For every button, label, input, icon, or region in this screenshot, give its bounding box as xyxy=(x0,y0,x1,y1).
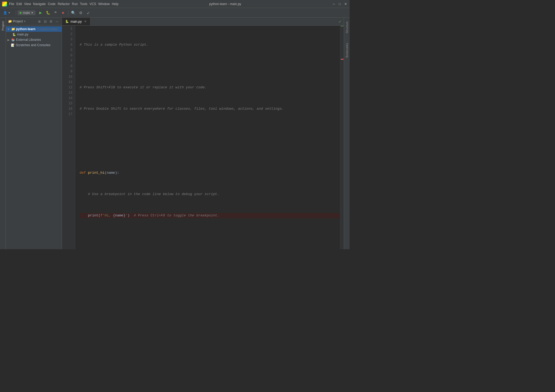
line-num-11: 11 xyxy=(62,80,72,85)
gutter-ok-indicator xyxy=(341,26,343,26)
code-line-10 xyxy=(80,234,340,240)
panel-options-button[interactable]: ⚙ xyxy=(48,19,54,24)
line-num-4: 4 xyxy=(62,42,72,47)
collapse-all-button[interactable]: ⊟ xyxy=(42,19,48,24)
line-num-8: 8 xyxy=(62,64,72,69)
app-menu-vcs[interactable]: VCS xyxy=(89,2,96,6)
code-content[interactable]: # This is a sample Python script. # Pres… xyxy=(75,26,340,249)
settings-button[interactable]: ⚙ xyxy=(77,9,84,16)
line-num-5: 5 xyxy=(62,47,72,53)
code-line-3: # Press Shift+F10 to execute it or repla… xyxy=(80,85,340,90)
line-num-14: 14 xyxy=(62,96,72,101)
toolbar-separator-1 xyxy=(16,10,16,15)
minimize-button[interactable]: ─ xyxy=(332,2,336,6)
window-controls: ─ □ ✕ xyxy=(332,2,347,6)
coverage-button[interactable]: ☂ xyxy=(52,9,59,16)
app-menu-file[interactable]: File xyxy=(9,2,14,6)
account-arrow: ▼ xyxy=(8,11,10,14)
code-editor[interactable]: 1 2 3 4 5 6 7 8 9 10 11 12 ▶ 13 14 xyxy=(62,26,344,249)
search-everywhere-button[interactable]: 🔍 xyxy=(70,9,77,16)
project-dropdown-label: Project xyxy=(13,19,23,23)
app-menu-run[interactable]: Run xyxy=(72,2,78,6)
app-menu-edit[interactable]: Edit xyxy=(16,2,22,6)
code-line-8: # Use a breakpoint in the code line belo… xyxy=(80,192,340,197)
tab-label: main.py xyxy=(71,20,82,23)
code-line-2 xyxy=(80,64,340,69)
app-menu-tools[interactable]: Tools xyxy=(80,2,87,6)
toolbar-separator-2 xyxy=(68,10,68,15)
project-panel-header: 📁 Project ▼ ⊕ ⊟ ⚙ ─ xyxy=(6,18,62,25)
run-config-dropdown-icon: ▼ xyxy=(31,11,33,14)
tree-item-main-py-label: main.py xyxy=(17,33,28,36)
folder-open-icon: 📁 xyxy=(11,27,15,31)
tree-item-scratches-label: Scratches and Consoles xyxy=(16,43,50,47)
tree-item-external-libs-label: External Libraries xyxy=(16,38,41,42)
python-file-icon: 🐍 xyxy=(12,32,16,37)
app-menu-help[interactable]: Help xyxy=(112,2,119,6)
run-button[interactable]: ▶ xyxy=(37,9,44,16)
tab-close-button[interactable]: ✕ xyxy=(83,20,87,23)
project-panel: 📁 Project ▼ ⊕ ⊟ ⚙ ─ ▼ 📁 python-learn D:\… xyxy=(6,18,62,249)
tree-item-main-py[interactable]: 🐍 main.py xyxy=(6,32,62,37)
sidebar-tab-structure[interactable]: Structure xyxy=(345,19,349,35)
code-line-4: # Press Double Shift to search everywher… xyxy=(80,106,340,112)
tree-item-root-path: D:\python-learn xyxy=(37,27,57,31)
line-num-7: 7 xyxy=(62,58,72,64)
app-menu-view[interactable]: View xyxy=(24,2,31,6)
maximize-button[interactable]: □ xyxy=(338,2,342,6)
tree-item-root[interactable]: ▼ 📁 python-learn D:\python-learn xyxy=(6,26,62,32)
file-ok-icon: ✓ xyxy=(338,19,342,24)
code-line-5 xyxy=(80,128,340,133)
tree-item-external-libs[interactable]: ▶ 📚 External Libraries xyxy=(6,37,62,42)
app-menu-navigate[interactable]: Navigate xyxy=(33,2,46,6)
app-logo-icon xyxy=(2,2,7,6)
line-num-17: 17 xyxy=(62,112,72,117)
locate-file-button[interactable]: ⊕ xyxy=(37,19,42,24)
stop-button[interactable]: ■ xyxy=(60,9,67,16)
vcs-update-button[interactable]: ↙ xyxy=(85,9,92,16)
line-num-15: 15 xyxy=(62,101,72,106)
panel-header-actions: ⊕ ⊟ ⚙ ─ xyxy=(37,19,60,24)
gutter-error-indicator xyxy=(341,59,343,60)
app-menu-refactor[interactable]: Refactor xyxy=(58,2,70,6)
run-config-label: main xyxy=(23,11,30,15)
external-libs-icon: 📚 xyxy=(11,38,15,42)
code-line-9: print(f'Hi, {name}') # Press Ctrl+F8 to … xyxy=(80,213,340,218)
editor-tabs: 🐍 main.py ✕ ✓ xyxy=(62,18,344,26)
line-num-16: 16 xyxy=(62,106,72,112)
debug-button[interactable]: 🐛 xyxy=(45,9,52,16)
tree-arrow-root: ▼ xyxy=(7,27,10,31)
app-menu-code[interactable]: Code xyxy=(48,2,56,6)
sidebar-tab-bookmarks[interactable]: Bookmarks xyxy=(345,41,349,60)
line-num-9: 9 xyxy=(62,69,72,74)
scratches-icon: 📝 xyxy=(11,43,15,47)
close-button[interactable]: ✕ xyxy=(344,2,347,6)
project-dropdown-arrow: ▼ xyxy=(24,20,26,23)
app-menu-window[interactable]: Window xyxy=(98,2,110,6)
code-line-7: def print_hi(name): xyxy=(80,170,340,176)
editor-tab-main-py[interactable]: 🐍 main.py ✕ xyxy=(62,18,91,25)
tree-item-root-label: python-learn xyxy=(16,27,36,31)
title-bar: File Edit View Navigate Code Refactor Ru… xyxy=(0,0,350,8)
tab-python-icon: 🐍 xyxy=(65,20,69,23)
project-dropdown[interactable]: 📁 Project ▼ xyxy=(8,19,26,23)
window-title: python-learn - main.py xyxy=(118,2,332,6)
tree-item-scratches[interactable]: 📝 Scratches and Consoles xyxy=(6,42,62,48)
line-num-3: 3 xyxy=(62,37,72,42)
toolbar: 👤 ▼ ▶ main ▼ ▶ 🐛 ☂ ■ 🔍 ⚙ ↙ xyxy=(0,8,350,18)
sidebar-tab-project[interactable]: Project xyxy=(1,19,5,33)
right-sidebar-panel: Structure Bookmarks xyxy=(344,18,350,249)
tree-arrow-ext-libs: ▶ xyxy=(7,38,10,41)
right-gutter xyxy=(340,26,344,249)
account-button[interactable]: 👤 ▼ xyxy=(2,9,12,16)
editor-area: 🐍 main.py ✕ ✓ 1 2 3 4 5 6 7 8 xyxy=(62,18,344,249)
close-panel-button[interactable]: ─ xyxy=(54,19,60,24)
account-icon: 👤 xyxy=(3,11,7,15)
line-num-10: 10 xyxy=(62,74,72,80)
folder-icon: 📁 xyxy=(8,19,12,23)
line-numbers-gutter: 1 2 3 4 5 6 7 8 9 10 11 12 ▶ 13 14 xyxy=(62,26,75,249)
run-config-selector[interactable]: ▶ main ▼ xyxy=(18,10,36,15)
code-line-6 xyxy=(80,149,340,154)
line-num-1: 1 xyxy=(62,26,72,31)
project-tree: ▼ 📁 python-learn D:\python-learn 🐍 main.… xyxy=(6,25,62,249)
